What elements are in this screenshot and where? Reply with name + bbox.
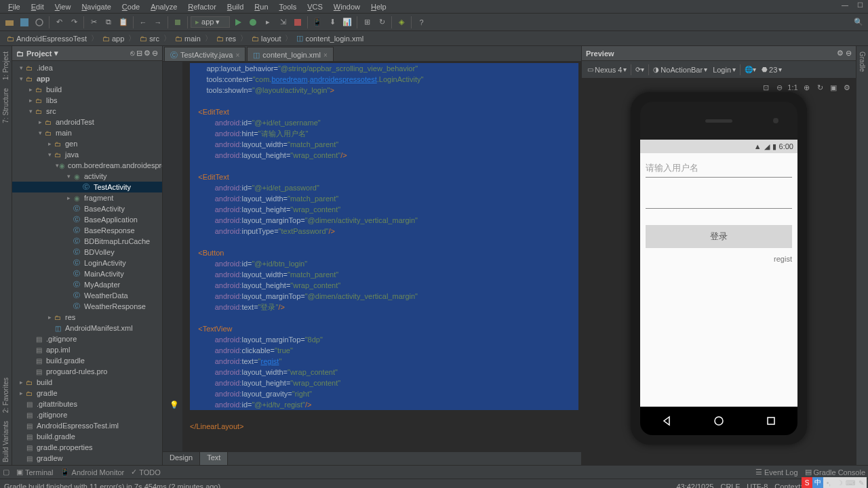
sdk-icon[interactable]: ⬇: [326, 16, 339, 29]
collapse-icon[interactable]: ⊟: [136, 49, 142, 58]
paste-icon[interactable]: 📋: [117, 16, 130, 29]
tree-item[interactable]: ⒸBaseActivity: [12, 203, 162, 214]
tree-item[interactable]: ▤.gitignore: [12, 409, 162, 420]
tree-item[interactable]: ▤build.gradle: [12, 431, 162, 442]
make-icon[interactable]: [171, 16, 184, 29]
ime-s-icon[interactable]: S: [802, 477, 812, 488]
open-icon[interactable]: [3, 16, 16, 29]
tab-gradle[interactable]: Gradle: [859, 49, 866, 75]
autoscroll-icon[interactable]: ⎋: [130, 49, 135, 58]
encoding[interactable]: UTF-8: [747, 483, 768, 489]
close-icon[interactable]: ×: [323, 52, 328, 59]
tree-item[interactable]: ⒸWeatherData: [12, 290, 162, 301]
design-tab[interactable]: Design: [163, 452, 200, 465]
menu-file[interactable]: File: [3, 1, 26, 12]
todo-tab[interactable]: ✓ TODO: [131, 468, 161, 476]
forward-icon[interactable]: →: [151, 16, 165, 29]
win-maximize[interactable]: ☐: [853, 0, 867, 9]
ime-cfg-icon[interactable]: ✎: [856, 477, 867, 488]
breadcrumb-item[interactable]: 🗀AndroidEspressoTest: [4, 34, 90, 43]
login-button[interactable]: 登录: [646, 225, 792, 248]
tab-structure[interactable]: 7: Structure: [2, 85, 9, 126]
breadcrumb-item[interactable]: ◫content_login.xml: [294, 33, 366, 43]
code-editor[interactable]: app:layout_behavior="@string/appbar_scro…: [183, 62, 581, 451]
tree-item[interactable]: ▾🗀main: [12, 127, 162, 138]
help-icon[interactable]: ?: [414, 16, 428, 29]
copy-icon[interactable]: ⧉: [102, 16, 115, 29]
menu-navigate[interactable]: Navigate: [76, 1, 116, 12]
tree-item[interactable]: ⒸMyAdapter: [12, 279, 162, 290]
android-monitor-tab[interactable]: 📱 Android Monitor: [60, 468, 125, 476]
breadcrumb-item[interactable]: 🗀res: [214, 34, 239, 43]
settings-icon[interactable]: ⚙: [841, 81, 853, 94]
tab-project[interactable]: 1: Project: [2, 49, 9, 83]
tree-item[interactable]: ◫AndroidManifest.xml: [12, 323, 162, 333]
tree-item[interactable]: ▤gradle.properties: [12, 442, 162, 453]
breadcrumb-item[interactable]: 🗀main: [172, 34, 203, 43]
cut-icon[interactable]: ✂: [87, 16, 100, 29]
zoom-in-icon[interactable]: ⊕: [800, 81, 812, 94]
attach-icon[interactable]: ⇲: [276, 16, 290, 29]
username-field[interactable]: [646, 159, 792, 178]
menu-code[interactable]: Code: [117, 1, 145, 12]
back-icon[interactable]: [659, 413, 674, 428]
refresh-icon[interactable]: ↻: [814, 81, 826, 94]
menu-run[interactable]: Run: [249, 1, 273, 12]
gear-icon[interactable]: ⚙: [837, 49, 844, 58]
gear-icon[interactable]: ⚙: [144, 49, 151, 58]
tree-item[interactable]: ▤gradlew.bat: [12, 464, 162, 465]
ime-kbd-icon[interactable]: ⌨: [845, 477, 856, 488]
tree-item[interactable]: ▾🗀app: [12, 73, 162, 84]
avd-icon[interactable]: 📱: [311, 16, 324, 29]
run2-icon[interactable]: ▸: [261, 16, 275, 29]
tree-item[interactable]: ▤.gitignore: [12, 333, 162, 344]
tab-build-variants[interactable]: Build Variants: [2, 418, 9, 465]
tree-item[interactable]: ▸🗀build: [12, 377, 162, 388]
menu-build[interactable]: Build: [222, 1, 249, 12]
sync-gradle-icon[interactable]: ↻: [375, 16, 389, 29]
redo-icon[interactable]: ↷: [67, 16, 81, 29]
tree-item[interactable]: ▸🗀androidTest: [12, 117, 162, 127]
menu-view[interactable]: View: [50, 1, 77, 12]
tree-item[interactable]: ▤AndroidEspressoTest.iml: [12, 420, 162, 431]
run-config-select[interactable]: ▸ app ▾: [191, 16, 230, 28]
menu-vcs[interactable]: VCS: [302, 1, 328, 12]
tree-item[interactable]: ⒸTestActivity: [12, 182, 162, 192]
ime-zh-icon[interactable]: 中: [812, 477, 823, 488]
regist-link[interactable]: regist: [646, 255, 792, 263]
menu-analyze[interactable]: Analyze: [145, 1, 182, 12]
bulb-icon[interactable]: 💡: [170, 399, 179, 410]
device-select[interactable]: ▭ Nexus 4▾: [585, 64, 629, 75]
tree-item[interactable]: ▸🗀res: [12, 312, 162, 323]
locale-icon[interactable]: 🌐▾: [742, 64, 759, 75]
undo-icon[interactable]: ↶: [52, 16, 66, 29]
tree-item[interactable]: ⒸMainActivity: [12, 268, 162, 279]
tree-item[interactable]: ⒸBDBitmapLruCache: [12, 236, 162, 247]
tree-item[interactable]: ▾◉activity: [12, 171, 162, 182]
tree-item[interactable]: ⒸBaseApplication: [12, 214, 162, 225]
tree-item[interactable]: ▤.gitattributes: [12, 399, 162, 409]
breadcrumb-item[interactable]: 🗀layout: [249, 34, 283, 43]
toolwindow-toggle-icon[interactable]: ▢: [3, 468, 9, 476]
event-log-tab[interactable]: ☰ Event Log: [755, 468, 798, 476]
api-select[interactable]: ⬣23▾: [759, 64, 785, 75]
close-icon[interactable]: ×: [235, 52, 239, 59]
ime-moon-icon[interactable]: ☽: [834, 477, 845, 488]
project-tree[interactable]: ▾🗀.idea▾🗀app▸🗀build▸🗀libs▾🗀src▸🗀androidT…: [12, 61, 162, 465]
run-icon[interactable]: [231, 16, 245, 29]
editor-tab[interactable]: ◫content_login.xml×: [247, 47, 333, 61]
home-icon[interactable]: [711, 413, 726, 428]
tree-item[interactable]: ▾🗀.idea: [12, 62, 162, 73]
terminal-tab[interactable]: ▣ Terminal: [16, 468, 54, 476]
tree-item[interactable]: ⒸBDVolley: [12, 247, 162, 258]
debug-icon[interactable]: [246, 16, 260, 29]
orientation-icon[interactable]: ⟳▾: [633, 64, 647, 75]
stop-icon[interactable]: [291, 16, 304, 29]
save-icon[interactable]: [18, 16, 31, 29]
crop-icon[interactable]: ▣: [827, 81, 840, 94]
android-icon[interactable]: ◈: [395, 16, 408, 29]
structure-icon[interactable]: ⊞: [360, 16, 374, 29]
tree-item[interactable]: ▤build.gradle: [12, 355, 162, 366]
tree-item[interactable]: ▸🗀gradle: [12, 388, 162, 399]
tree-item[interactable]: ▤gradlew: [12, 453, 162, 464]
